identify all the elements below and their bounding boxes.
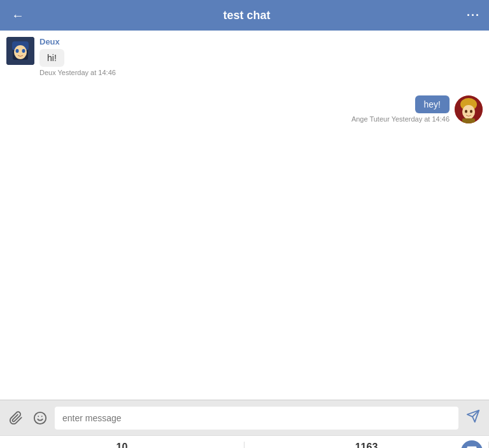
- message-time-left: Deux Yesterday at 14:46: [39, 69, 116, 76]
- message-bubble-left: hi!: [39, 49, 64, 67]
- stats-col-age: 1163 Forum Age (days): [244, 442, 489, 449]
- emoji-button[interactable]: [31, 409, 50, 428]
- svg-point-5: [22, 49, 25, 53]
- avatar-ange: [455, 95, 483, 123]
- chat-header: ← test chat ···: [0, 0, 489, 31]
- stats-members-value: 10: [117, 442, 128, 449]
- svg-point-3: [14, 45, 27, 59]
- input-bar: [0, 400, 489, 435]
- svg-point-8: [462, 105, 475, 119]
- svg-point-12: [34, 412, 46, 423]
- stats-col-members: 10 Most Members Online: [0, 442, 244, 449]
- message-right-content: hey! Ange Tuteur Yesterday at 14:46: [351, 95, 450, 123]
- attachment-button[interactable]: [6, 409, 25, 428]
- message-time-right: Ange Tuteur Yesterday at 14:46: [351, 115, 450, 123]
- sender-name-left: Deux: [39, 37, 116, 46]
- svg-point-4: [16, 49, 19, 53]
- message-bubble-right: hey!: [415, 95, 450, 113]
- stats-age-value: 1163: [355, 442, 378, 449]
- message-input[interactable]: [55, 407, 458, 430]
- stats-bar: 10 Most Members Online 1163 Forum Age (d…: [0, 435, 489, 448]
- svg-point-9: [465, 110, 467, 113]
- send-button[interactable]: [464, 407, 483, 429]
- back-button[interactable]: ←: [9, 6, 27, 25]
- message-left: Deux hi! Deux Yesterday at 14:46: [6, 37, 483, 76]
- message-right: hey! Ange Tuteur Yesterday at 14:46: [6, 95, 483, 123]
- svg-point-10: [470, 110, 472, 113]
- avatar-deux: [6, 37, 34, 65]
- chat-area: Deux hi! Deux Yesterday at 14:46 hey! An…: [0, 31, 489, 400]
- svg-rect-11: [462, 118, 475, 123]
- message-left-content: Deux hi! Deux Yesterday at 14:46: [39, 37, 116, 76]
- chat-title: test chat: [27, 9, 467, 22]
- more-options-button[interactable]: ···: [467, 9, 480, 22]
